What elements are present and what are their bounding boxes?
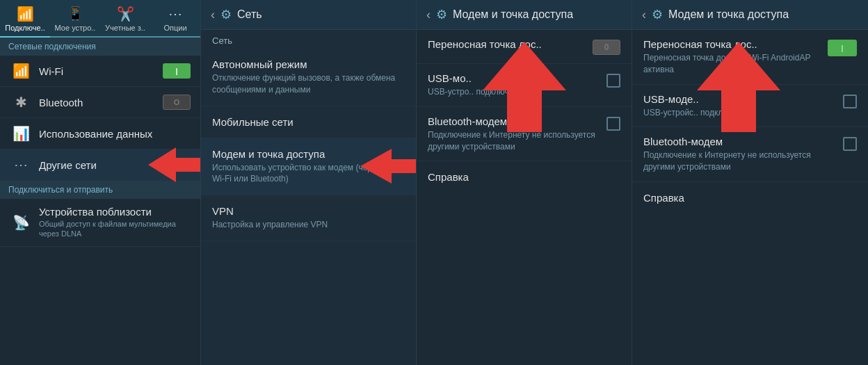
bt-toggle-off[interactable]	[606, 117, 620, 131]
back-chevron-p4[interactable]: ‹	[642, 8, 646, 22]
panel-modem-off: ‹ ⚙ Модем и точка доступа Переносная точ…	[416, 0, 632, 365]
panel-network: ‹ ⚙ Сеть Сеть Автономный режим Отключени…	[200, 0, 416, 365]
bluetooth-icon: ✱	[10, 94, 32, 111]
hotspot-text-on: Переносная точка дос.. Переносная точка …	[643, 38, 828, 76]
mobile-networks-item[interactable]: Мобильные сети	[201, 106, 416, 138]
options-icon: ⋯	[168, 6, 182, 22]
left-arrow-panel1	[148, 147, 200, 182]
hotspot-row-off[interactable]: Переносная точка дос.. 0	[417, 30, 632, 64]
net-section-label: Сеть	[201, 30, 416, 49]
accounts-icon: ✂️	[117, 6, 134, 22]
modem-off-header: ‹ ⚙ Модем и точка доступа	[417, 0, 632, 30]
usb-toggle-on[interactable]	[843, 95, 857, 108]
data-icon: 📊	[10, 125, 32, 142]
bluetooth-toggle[interactable]: O	[163, 95, 191, 110]
bt-modem-row-off[interactable]: Bluetooth-модем Подключение к Интернету …	[417, 107, 632, 162]
section-network: Сетевые подключения	[0, 38, 200, 56]
panel-main-settings: 📶 Подключе.. 📱 Мое устро.. ✂️ Учетные з.…	[0, 0, 200, 365]
tab-connections[interactable]: 📶 Подключе..	[0, 0, 50, 38]
wifi-toggle[interactable]: |	[163, 63, 191, 79]
modem-item[interactable]: Модем и точка доступа Использовать устро…	[201, 138, 416, 196]
wifi-row[interactable]: 📶 Wi-Fi |	[0, 56, 200, 87]
data-text: Использование данных	[39, 128, 191, 140]
modem-on-header: ‹ ⚙ Модем и точка доступа	[632, 0, 868, 30]
usb-modem-row-off[interactable]: USB-мо.. USB-устро.. подключено	[417, 64, 632, 107]
back-chevron-p2[interactable]: ‹	[211, 8, 215, 22]
gear-icon-p4: ⚙	[652, 7, 663, 22]
tab-accounts[interactable]: ✂️ Учетные з..	[100, 0, 150, 38]
bluetooth-text: Bluetooth	[39, 97, 163, 108]
nearby-icon: 📡	[10, 214, 32, 231]
bt-modem-row-on[interactable]: Bluetooth-модем Подключение к Интернету …	[632, 127, 868, 182]
bt-text-on: Bluetooth-модем Подключение к Интернету …	[643, 136, 843, 173]
tab-bar: 📶 Подключе.. 📱 Мое устро.. ✂️ Учетные з.…	[0, 0, 200, 38]
left-arrow-panel2	[360, 149, 416, 184]
panel-modem-on: ‹ ⚙ Модем и точка доступа Переносная точ…	[632, 0, 868, 365]
tab-options[interactable]: ⋯ Опции	[150, 0, 200, 38]
bt-toggle-on[interactable]	[843, 137, 857, 151]
wifi-icon: 📶	[10, 63, 32, 79]
gear-icon-p3: ⚙	[436, 7, 447, 22]
usb-toggle-off[interactable]	[606, 74, 620, 88]
hotspot-text-off: Переносная точка дос..	[428, 38, 593, 50]
nearby-devices-row[interactable]: 📡 Устройства поблизости Общий доступ к ф…	[0, 199, 200, 247]
back-chevron-p3[interactable]: ‹	[426, 8, 431, 22]
data-usage-row[interactable]: 📊 Использование данных	[0, 118, 200, 149]
hotspot-toggle-off[interactable]: 0	[593, 40, 620, 55]
wifi-text: Wi-Fi	[39, 65, 163, 77]
bluetooth-row[interactable]: ✱ Bluetooth O	[0, 87, 200, 118]
nearby-text: Устройства поблизости Общий доступ к фай…	[39, 206, 191, 239]
vpn-item[interactable]: VPN Настройка и управление VPN	[201, 195, 416, 241]
help-label-off[interactable]: Справка	[417, 161, 632, 188]
bt-text-off: Bluetooth-модем Подключение к Интернету …	[428, 115, 606, 153]
connections-icon: 📶	[17, 6, 34, 22]
other-networks-icon: ⋯	[10, 156, 32, 173]
mydevice-icon: 📱	[67, 6, 84, 22]
network-header: ‹ ⚙ Сеть	[201, 0, 416, 30]
other-networks-row[interactable]: ⋯ Другие сети	[0, 149, 200, 181]
section-connect: Подключиться и отправить	[0, 181, 200, 199]
usb-text-on: USB-моде.. USB-устройс.. подключено	[643, 93, 843, 119]
hotspot-row-on[interactable]: Переносная точка дос.. Переносная точка …	[632, 30, 868, 85]
tab-mydevice[interactable]: 📱 Мое устро..	[50, 0, 100, 38]
hotspot-toggle-on[interactable]	[828, 40, 857, 56]
usb-text-off: USB-мо.. USB-устро.. подключено	[428, 72, 606, 98]
gear-icon-p2: ⚙	[220, 7, 232, 22]
usb-modem-row-on[interactable]: USB-моде.. USB-устройс.. подключено	[632, 85, 868, 128]
help-label-on[interactable]: Справка	[632, 182, 868, 209]
autonomous-mode-item[interactable]: Автономный режим Отключение функций вызо…	[201, 49, 416, 106]
